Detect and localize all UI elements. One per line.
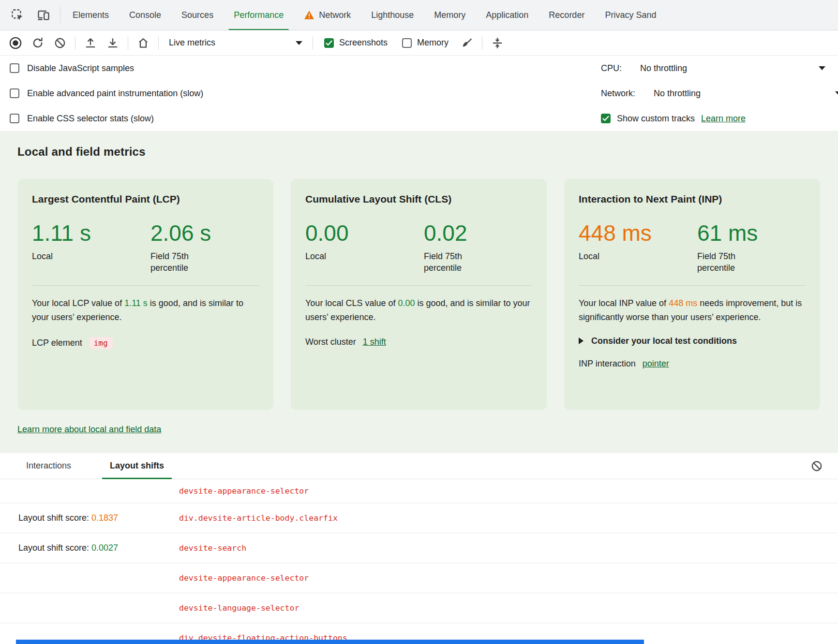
chevron-down-icon xyxy=(296,41,302,45)
advanced-paint-checkbox[interactable]: Enable advanced paint instrumentation (s… xyxy=(0,81,599,106)
metric-values: 0.00 Local 0.02 Field 75th percentile xyxy=(305,221,532,274)
local-test-conditions-disclosure[interactable]: Consider your local test conditions xyxy=(579,336,806,346)
cpu-throttling-value: No throttling xyxy=(640,63,687,73)
checkbox-unchecked-icon xyxy=(10,88,19,98)
layout-shift-row: Layout shift score: 0.0027 devsite-searc… xyxy=(0,533,838,563)
local-metric-label: Local xyxy=(32,250,150,262)
capture-settings-checkboxes: Disable JavaScript samples Enable advanc… xyxy=(0,56,599,131)
cpu-throttling-select[interactable]: CPU: No throttling xyxy=(601,56,838,81)
garbage-collect-icon[interactable] xyxy=(456,33,478,53)
tab-label: Interactions xyxy=(26,461,71,471)
local-metric-value: 1.11 s xyxy=(32,221,150,246)
node-link[interactable]: devsite-appearance-selector xyxy=(179,573,309,583)
checkbox-checked-icon[interactable] xyxy=(601,114,611,123)
shift-score-cell: Layout shift score: 0.0027 xyxy=(0,543,179,553)
custom-tracks-learn-more-link[interactable]: Learn more xyxy=(701,114,746,124)
local-field-data-learn-more-link[interactable]: Learn more about local and field data xyxy=(17,424,161,435)
metric-card-lcp: Largest Contentful Paint (LCP) 1.11 s Lo… xyxy=(17,179,273,410)
metric-values: 448 ms Local 61 ms Field 75th percentile xyxy=(579,221,806,274)
panel-tabs: Elements Console Sources Performance Net… xyxy=(62,0,666,30)
tab-label: Lighthouse xyxy=(371,10,414,20)
history-select[interactable]: Live metrics xyxy=(163,38,308,48)
inspect-icon[interactable] xyxy=(7,5,28,25)
local-metric-label: Local xyxy=(305,250,424,262)
load-profile-icon[interactable] xyxy=(80,33,101,53)
local-value-column: 0.00 Local xyxy=(305,221,424,274)
field-value-column: 61 ms Field 75th percentile xyxy=(697,221,758,274)
live-metrics-log: Interactions Layout shifts devsite-appea… xyxy=(0,453,838,644)
local-metric-value: 0.00 xyxy=(305,221,424,246)
node-link[interactable]: div.devsite-article-body.clearfix xyxy=(179,513,338,523)
card-divider xyxy=(579,285,806,286)
css-selector-stats-checkbox[interactable]: Enable CSS selector stats (slow) xyxy=(0,106,599,131)
record-icon[interactable] xyxy=(5,33,26,53)
worst-cluster-label: Worst cluster xyxy=(305,337,356,347)
tab-lighthouse[interactable]: Lighthouse xyxy=(361,0,424,30)
devtools-window: Elements Console Sources Performance Net… xyxy=(0,0,838,644)
metric-card-title: Interaction to Next Paint (INP) xyxy=(579,193,806,205)
shift-score-cell: Layout shift score: 0.1837 xyxy=(0,513,179,523)
layout-shift-row: Layout shift score: 0.1837 div.devsite-a… xyxy=(0,503,838,533)
tab-network[interactable]: Network xyxy=(294,0,361,30)
worst-cluster-row: Worst cluster 1 shift xyxy=(305,337,532,347)
card-divider xyxy=(32,285,259,286)
advanced-paint-label: Enable advanced paint instrumentation (s… xyxy=(27,88,203,99)
tab-recorder[interactable]: Recorder xyxy=(539,0,595,30)
tab-performance[interactable]: Performance xyxy=(224,0,294,30)
clear-icon[interactable] xyxy=(49,33,71,53)
metric-card-inp: Interaction to Next Paint (INP) 448 ms L… xyxy=(564,179,820,410)
tab-layout-shifts[interactable]: Layout shifts xyxy=(102,453,172,479)
tab-interactions[interactable]: Interactions xyxy=(18,453,79,479)
tab-label: Console xyxy=(129,10,161,20)
disable-js-samples-checkbox[interactable]: Disable JavaScript samples xyxy=(0,56,599,81)
divider xyxy=(158,36,159,50)
tab-label: Application xyxy=(486,10,528,20)
tab-privacy-sandbox[interactable]: Privacy Sand xyxy=(595,0,666,30)
inp-interaction-row: INP interaction pointer xyxy=(579,359,806,369)
show-custom-tracks-row: Show custom tracks Learn more xyxy=(601,106,838,131)
tab-console[interactable]: Console xyxy=(119,0,171,30)
checkbox-unchecked-icon xyxy=(402,38,412,48)
chevron-down-icon xyxy=(819,66,825,70)
device-toolbar-icon[interactable] xyxy=(33,5,54,25)
tab-elements[interactable]: Elements xyxy=(62,0,119,30)
metric-card-title: Largest Contentful Paint (LCP) xyxy=(32,193,259,205)
performance-toolbar: Live metrics Screenshots Memory xyxy=(0,30,838,56)
checkbox-unchecked-icon xyxy=(10,114,19,123)
inp-interaction-label: INP interaction xyxy=(579,359,636,369)
desc-value: 0.00 xyxy=(398,298,415,308)
save-profile-icon[interactable] xyxy=(102,33,123,53)
node-link[interactable]: devsite-search xyxy=(179,543,246,553)
clear-log-icon[interactable] xyxy=(806,456,827,476)
home-icon[interactable] xyxy=(133,33,154,53)
screenshots-checkbox[interactable]: Screenshots xyxy=(317,38,394,48)
desc-value: 1.11 s xyxy=(124,298,148,308)
field-metric-value: 0.02 xyxy=(424,221,482,246)
divider xyxy=(482,36,482,50)
tab-label: Elements xyxy=(73,10,109,20)
reload-and-record-icon[interactable] xyxy=(27,33,48,53)
network-throttling-select[interactable]: Network: No throttling xyxy=(601,81,838,106)
field-metric-value: 61 ms xyxy=(697,221,758,246)
layout-shift-row: devsite-appearance-selector xyxy=(0,479,838,503)
node-link[interactable]: devsite-appearance-selector xyxy=(179,486,309,496)
worst-cluster-link[interactable]: 1 shift xyxy=(363,337,386,347)
metric-values: 1.11 s Local 2.06 s Field 75th percentil… xyxy=(32,221,259,274)
tab-sources[interactable]: Sources xyxy=(171,0,224,30)
field-value-column: 0.02 Field 75th percentile xyxy=(424,221,482,274)
metric-description: Your local INP value of 448 ms needs imp… xyxy=(579,296,806,324)
disable-js-samples-label: Disable JavaScript samples xyxy=(27,63,134,73)
focused-row-highlight[interactable] xyxy=(16,640,644,644)
node-link[interactable]: devsite-language-selector xyxy=(179,603,299,613)
tab-label: Layout shifts xyxy=(110,461,164,471)
tab-label: Network xyxy=(319,10,351,20)
tab-memory[interactable]: Memory xyxy=(424,0,476,30)
collapse-panel-icon[interactable] xyxy=(487,33,508,53)
local-value-column: 448 ms Local xyxy=(579,221,697,274)
show-custom-tracks-label: Show custom tracks xyxy=(617,114,695,124)
card-divider xyxy=(305,285,532,286)
memory-checkbox[interactable]: Memory xyxy=(395,38,455,48)
tab-application[interactable]: Application xyxy=(476,0,539,30)
lcp-element-node-link[interactable]: img xyxy=(89,337,113,349)
inp-interaction-link[interactable]: pointer xyxy=(643,359,669,369)
